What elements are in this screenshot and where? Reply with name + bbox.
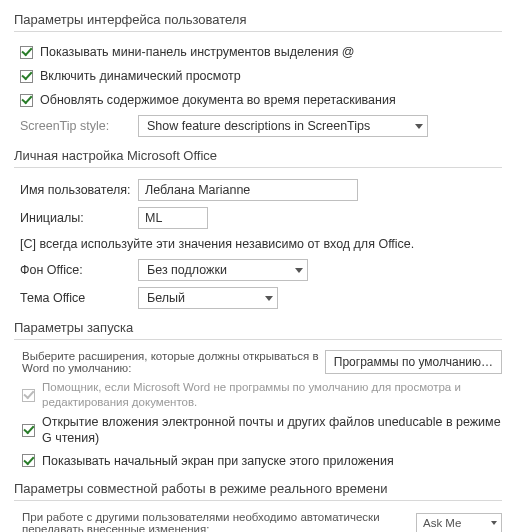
share-changes-dropdown[interactable]: Ask Me: [416, 513, 502, 532]
checkbox-row-assistant[interactable]: Помощник, если Microsoft Word не програм…: [22, 380, 502, 410]
checkbox-label: Показывать начальный экран при запуске э…: [42, 453, 394, 469]
options-panel: Параметры интерфейса пользователя Показы…: [0, 0, 516, 532]
dropdown-value: Без подложки: [147, 263, 289, 277]
screentip-style-dropdown[interactable]: Show feature descriptions in ScreenTips: [138, 115, 428, 137]
username-input[interactable]: [138, 179, 358, 201]
initials-label: Инициалы:: [20, 211, 138, 225]
checkbox-label: Помощник, если Microsoft Word не програм…: [42, 380, 502, 410]
dropdown-value: Белый: [147, 291, 259, 305]
checkbox-row-update-drag[interactable]: Обновлять содержимое документа во время …: [20, 90, 502, 110]
checkbox-icon: [20, 94, 33, 107]
chevron-down-icon: [295, 268, 303, 273]
default-programs-button[interactable]: Программы по умолчанию…: [325, 350, 502, 374]
office-theme-label: Тема Office: [20, 291, 138, 305]
checkbox-label: Открытие вложения электронной почты и др…: [42, 414, 502, 447]
chevron-down-icon: [491, 521, 497, 525]
office-background-dropdown[interactable]: Без подложки: [138, 259, 308, 281]
checkbox-row-open-attachments[interactable]: Открытие вложения электронной почты и др…: [22, 414, 502, 447]
checkbox-icon: [20, 70, 33, 83]
checkbox-label: Включить динамический просмотр: [40, 68, 241, 84]
section-header-startup: Параметры запуска: [14, 314, 502, 340]
checkbox-icon: [22, 389, 35, 402]
checkbox-row-mini-toolbar[interactable]: Показывать мини-панель инструментов выде…: [20, 42, 502, 62]
checkbox-label: Обновлять содержимое документа во время …: [40, 92, 396, 108]
checkbox-row-live-preview[interactable]: Включить динамический просмотр: [20, 66, 502, 86]
checkbox-label: Показывать мини-панель инструментов выде…: [40, 44, 355, 60]
share-changes-label: При работе с другими пользователями необ…: [22, 511, 416, 532]
checkbox-icon: [22, 454, 35, 467]
checkbox-icon: [22, 424, 35, 437]
office-theme-dropdown[interactable]: Белый: [138, 287, 278, 309]
always-use-line: [C] всегда используйте эти значения неза…: [20, 236, 502, 252]
section-header-collab: Параметры совместной работы в режиме реа…: [14, 475, 502, 501]
section-header-personalize: Личная настройка Microsoft Office: [14, 142, 502, 168]
username-label: Имя пользователя:: [20, 183, 138, 197]
checkbox-icon: [20, 46, 33, 59]
office-background-label: Фон Office:: [20, 263, 138, 277]
section-header-ui-options: Параметры интерфейса пользователя: [14, 6, 502, 32]
screentip-style-label: ScreenTip style:: [20, 119, 138, 133]
chevron-down-icon: [265, 296, 273, 301]
dropdown-value: Show feature descriptions in ScreenTips: [147, 119, 409, 133]
default-extensions-label: Выберите расширения, которые должны откр…: [22, 350, 325, 374]
dropdown-value: Ask Me: [423, 517, 461, 529]
chevron-down-icon: [415, 124, 423, 129]
checkbox-row-start-screen[interactable]: Показывать начальный экран при запуске э…: [22, 451, 502, 471]
initials-input[interactable]: [138, 207, 208, 229]
